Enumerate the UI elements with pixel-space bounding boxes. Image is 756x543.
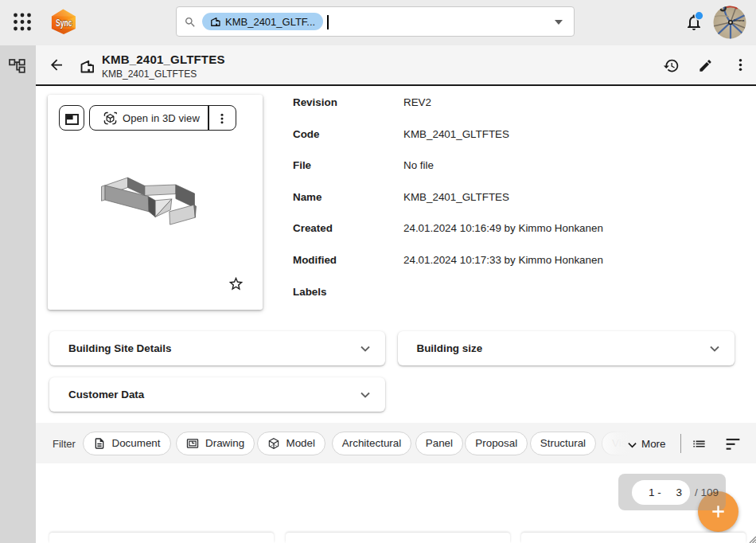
- svg-text:Girona: Girona: [734, 18, 745, 22]
- svg-text:Sync: Sync: [56, 18, 72, 29]
